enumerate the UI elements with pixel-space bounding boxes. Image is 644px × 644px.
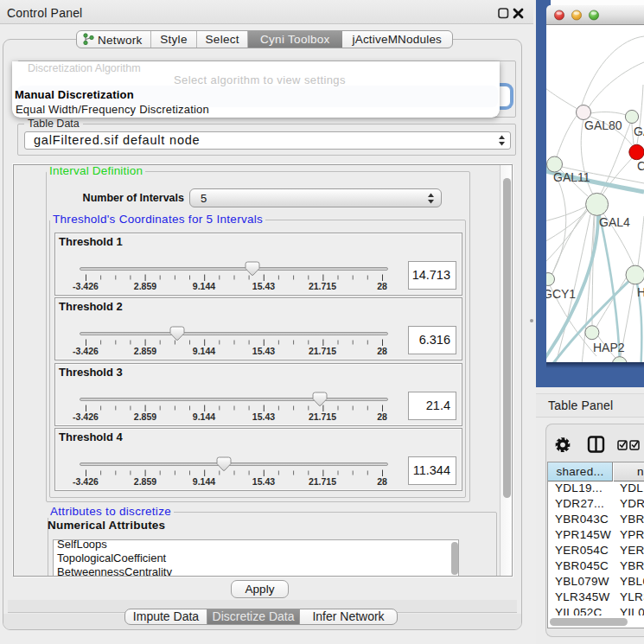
svg-text:HAP2: HAP2 xyxy=(593,341,625,354)
svg-text:GAL4: GAL4 xyxy=(599,215,630,229)
svg-text:GAL80: GAL80 xyxy=(584,118,622,132)
svg-text:GCY1: GCY1 xyxy=(546,287,576,301)
svg-text:HI: HI xyxy=(637,285,644,299)
svg-text:GAL11: GAL11 xyxy=(553,170,590,184)
svg-text:GAL7: GAL7 xyxy=(634,124,644,138)
svg-text:CR: CR xyxy=(637,159,644,173)
